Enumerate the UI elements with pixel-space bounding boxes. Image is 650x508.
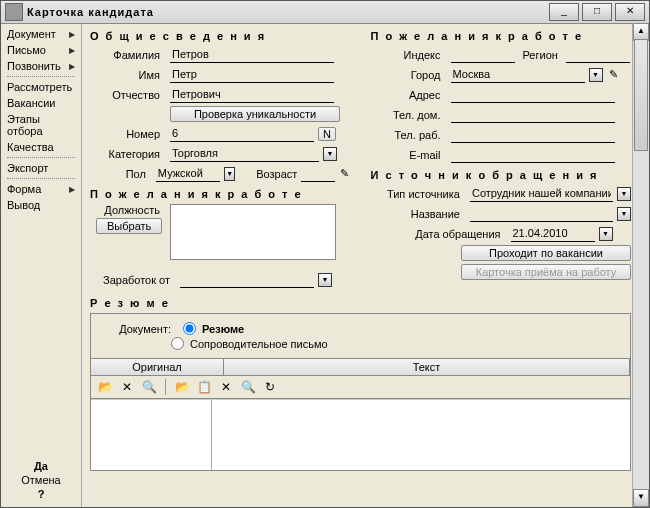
salary-input[interactable] — [180, 271, 314, 288]
window-title: Карточка кандидата — [27, 6, 549, 18]
sidebar: Документ▶ Письмо▶ Позвонить▶ Рассмотреть… — [1, 24, 82, 507]
vacancy-button[interactable]: Проходит по вакансии — [461, 245, 631, 261]
work-phone-input[interactable] — [451, 126, 615, 143]
city-input[interactable] — [451, 66, 585, 83]
salary-label: Заработок от — [90, 274, 176, 286]
radio-cover-label: Сопроводительное письмо — [190, 338, 328, 350]
scroll-down-icon[interactable]: ▼ — [633, 489, 649, 507]
middlename-label: Отчество — [90, 89, 166, 101]
sex-label: Пол — [90, 168, 152, 180]
position-input[interactable] — [170, 204, 336, 260]
select-button[interactable]: Выбрать — [96, 218, 162, 234]
section-general: О б щ и е с в е д е н и я — [90, 30, 351, 42]
source-type-label: Тип источника — [371, 188, 466, 200]
lastname-label: Фамилия — [90, 49, 166, 61]
scrollbar[interactable]: ▲ ▼ — [632, 23, 649, 507]
minimize-button[interactable]: _ — [549, 3, 579, 21]
open-icon[interactable]: 📂 — [97, 379, 113, 395]
delete-icon[interactable]: ✕ — [218, 379, 234, 395]
radio-resume[interactable] — [183, 322, 196, 335]
home-phone-label: Тел. дом. — [371, 109, 447, 121]
close-button[interactable]: ✕ — [615, 3, 645, 21]
menu-forma[interactable]: Форма▶ — [1, 181, 81, 197]
separator — [7, 157, 75, 158]
lastname-input[interactable] — [170, 46, 334, 63]
cancel-button[interactable]: Отмена — [1, 473, 81, 487]
toolbar: 📂 ✕ 🔍 📂 📋 ✕ 🔍 ↻ — [91, 376, 630, 399]
menu-etapy[interactable]: Этапы отбора — [1, 111, 81, 139]
yes-button[interactable]: Да — [1, 459, 81, 473]
separator — [7, 76, 75, 77]
source-name-input[interactable] — [470, 205, 613, 222]
arrow-icon: ▶ — [69, 185, 75, 194]
separator — [7, 178, 75, 179]
date-input[interactable] — [511, 225, 595, 242]
delete-icon[interactable]: ✕ — [119, 379, 135, 395]
address-label: Адрес — [371, 89, 447, 101]
separator — [165, 379, 166, 395]
refresh-icon[interactable]: ↻ — [262, 379, 278, 395]
dropdown-icon[interactable]: ▼ — [589, 68, 603, 82]
preview-icon[interactable]: 🔍 — [141, 379, 157, 395]
menu-dokument[interactable]: Документ▶ — [1, 26, 81, 42]
check-uniqueness-button[interactable]: Проверка уникальности — [170, 106, 340, 122]
index-label: Индекс — [371, 49, 447, 61]
section-jobwish: П о ж е л а н и я к р а б о т е — [90, 188, 351, 200]
dropdown-icon[interactable]: ▼ — [617, 187, 631, 201]
dropdown-icon[interactable]: ▼ — [323, 147, 337, 161]
middlename-input[interactable] — [170, 86, 334, 103]
city-label: Город — [371, 69, 447, 81]
region-label: Регион — [519, 49, 562, 61]
section-wishes: П о ж е л а н и я к р а б о т е — [371, 30, 632, 42]
source-type-input[interactable] — [470, 185, 613, 202]
age-label: Возраст — [256, 168, 297, 180]
number-input[interactable] — [170, 125, 314, 142]
sex-input[interactable] — [156, 165, 220, 182]
home-phone-input[interactable] — [451, 106, 615, 123]
age-input[interactable] — [301, 165, 335, 182]
index-input[interactable] — [451, 46, 515, 63]
region-input[interactable] — [566, 46, 630, 63]
firstname-label: Имя — [90, 69, 166, 81]
preview-icon[interactable]: 🔍 — [240, 379, 256, 395]
pencil-icon[interactable]: ✎ — [339, 167, 350, 181]
date-label: Дата обращения — [371, 228, 507, 240]
paste-icon[interactable]: 📋 — [196, 379, 212, 395]
email-input[interactable] — [451, 146, 615, 163]
menu-pismo[interactable]: Письмо▶ — [1, 42, 81, 58]
arrow-icon: ▶ — [69, 46, 75, 55]
col-original: Оригинал — [91, 359, 224, 375]
menu-vyvod[interactable]: Вывод — [1, 197, 81, 213]
category-label: Категория — [90, 148, 166, 160]
pencil-icon[interactable]: ✎ — [607, 68, 621, 82]
maximize-button[interactable]: □ — [582, 3, 612, 21]
grid-body[interactable] — [91, 399, 630, 470]
grid-header: Оригинал Текст — [91, 358, 630, 376]
section-source: И с т о ч н и к о б р а щ е н и я — [371, 169, 632, 181]
address-input[interactable] — [451, 86, 615, 103]
menu-export[interactable]: Экспорт — [1, 160, 81, 176]
firstname-input[interactable] — [170, 66, 334, 83]
radio-cover[interactable] — [171, 337, 184, 350]
dropdown-icon[interactable]: ▼ — [318, 273, 332, 287]
dropdown-icon[interactable]: ▼ — [224, 167, 236, 181]
col-text: Текст — [224, 359, 630, 375]
scroll-thumb[interactable] — [634, 39, 648, 151]
open-icon[interactable]: 📂 — [174, 379, 190, 395]
menu-pozvonit[interactable]: Позвонить▶ — [1, 58, 81, 74]
help-button[interactable]: ? — [1, 487, 81, 501]
n-button[interactable]: N — [318, 127, 336, 141]
category-input[interactable] — [170, 145, 319, 162]
number-label: Номер — [90, 128, 166, 140]
arrow-icon: ▶ — [69, 30, 75, 39]
dropdown-icon[interactable]: ▼ — [617, 207, 631, 221]
content-area: О б щ и е с в е д е н и я Фамилия Имя От… — [82, 24, 649, 507]
hiring-card-button: Карточка приёма на работу — [461, 264, 631, 280]
dropdown-icon[interactable]: ▼ — [599, 227, 613, 241]
resume-panel: Документ:Резюме Сопроводительное письмо … — [90, 313, 631, 471]
arrow-icon: ▶ — [69, 62, 75, 71]
menu-rassmotret[interactable]: Рассмотреть — [1, 79, 81, 95]
menu-vakansii[interactable]: Вакансии — [1, 95, 81, 111]
source-name-label: Название — [371, 208, 466, 220]
menu-kachestva[interactable]: Качества — [1, 139, 81, 155]
